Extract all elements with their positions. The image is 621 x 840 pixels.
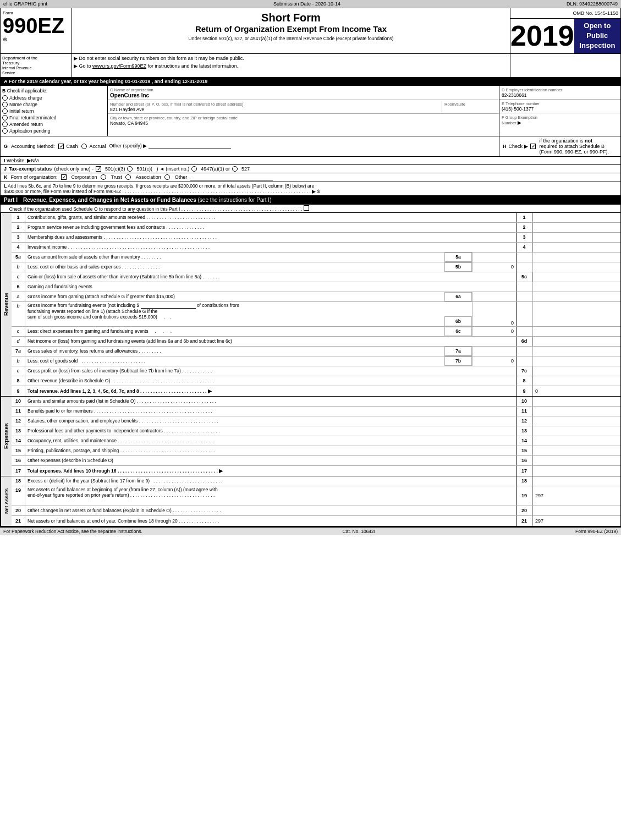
k-trust-radio[interactable] xyxy=(101,174,106,180)
row1-num: 1 xyxy=(12,213,25,222)
row4-desc: Investment income . . . . . . . . . . . … xyxy=(25,243,516,252)
amended-return-check: Amended return xyxy=(2,122,106,127)
k-corp-checkbox[interactable] xyxy=(61,174,67,180)
g-label: G xyxy=(4,144,8,149)
row-7a: 7a Gross sales of inventory, less return… xyxy=(12,347,620,356)
section-k: K Form of organization: Corporation Trus… xyxy=(0,173,621,182)
return-title: Return of Organization Exempt From Incom… xyxy=(75,24,507,34)
row20-answer xyxy=(532,506,620,515)
row10-num: 10 xyxy=(12,397,25,406)
row11-desc: Benefits paid to or for members . . . . … xyxy=(25,407,516,416)
j-4947-radio[interactable] xyxy=(191,166,197,172)
k-trust-label: Trust xyxy=(111,174,122,180)
row7a-value xyxy=(472,347,516,356)
inst2-link[interactable]: www.irs.gov/Form990EZ xyxy=(92,63,146,69)
row-21: 21 Net assets or fund balances at end of… xyxy=(12,516,620,526)
initial-return-check: Initial return xyxy=(2,108,106,114)
row-8: 8 Other revenue (describe in Schedule O)… xyxy=(12,376,620,386)
row6b-num: b xyxy=(12,302,25,326)
address-label: Number and street (or P. O. box, if mail… xyxy=(110,102,243,107)
row7a-desc: Gross sales of inventory, less returns a… xyxy=(25,347,444,356)
row1-linenum: 1 xyxy=(516,213,532,222)
amended-radio[interactable] xyxy=(2,122,8,127)
section-i: I Website: ▶N/A xyxy=(0,157,621,165)
j-501c-label: 501(c)( ) ◄ (insert no.) xyxy=(136,166,189,172)
row6-desc: Gaming and fundraising events xyxy=(25,282,516,292)
row1-answer xyxy=(532,213,620,222)
application-radio[interactable] xyxy=(2,128,8,134)
row4-answer xyxy=(532,243,620,252)
row2-answer xyxy=(532,223,620,232)
row17-num: 17 xyxy=(12,466,25,476)
efile-left: efile GRAPHIC print xyxy=(3,1,47,7)
row-6-header: 6 Gaming and fundraising events xyxy=(12,282,620,292)
row-15: 15 Printing, publications, postage, and … xyxy=(12,446,620,456)
j-501c3-label: 501(c)(3) xyxy=(105,166,125,172)
expenses-side-label: Expenses xyxy=(1,397,12,476)
h-label: H xyxy=(503,144,507,149)
address-radio[interactable] xyxy=(2,95,8,101)
row13-answer xyxy=(532,426,620,436)
row16-num: 16 xyxy=(12,456,25,465)
row6c-ref: 6c xyxy=(444,327,472,336)
form-number: 990EZ xyxy=(3,15,69,36)
initial-return-label: Initial return xyxy=(9,108,34,114)
row5a-answer xyxy=(532,252,620,262)
final-radio[interactable] xyxy=(2,115,8,120)
row5b-ref: 5b xyxy=(444,262,472,272)
h-if-text: if the organization is notrequired to at… xyxy=(540,138,609,155)
j-527-label: 527 xyxy=(241,166,250,172)
cash-checkbox[interactable] xyxy=(58,144,64,149)
row5c-answer xyxy=(532,272,620,282)
row7a-num: 7a xyxy=(12,347,25,356)
accrual-radio[interactable] xyxy=(81,144,87,149)
row7b-ref: 7b xyxy=(444,356,472,366)
k-assoc-radio[interactable] xyxy=(125,174,131,180)
g-cash: Cash xyxy=(58,144,78,149)
row2-desc: Program service revenue including govern… xyxy=(25,223,516,232)
row16-answer xyxy=(532,456,620,465)
j-527-radio[interactable] xyxy=(232,166,238,172)
year-row: A For the 2019 calendar year, or tax yea… xyxy=(0,78,621,86)
row8-answer xyxy=(532,376,620,386)
row14-linenum: 14 xyxy=(516,436,532,446)
org-name: OpenCures Inc xyxy=(110,92,149,98)
k-other-radio[interactable] xyxy=(164,174,170,180)
row14-desc: Occupancy, rent, utilities, and maintena… xyxy=(25,436,516,446)
row6b-value: 0 xyxy=(472,302,516,326)
row19-desc: Net assets or fund balances at beginning… xyxy=(25,486,516,506)
h-text: Check ▶ xyxy=(509,144,528,149)
row21-linenum: 21 xyxy=(516,516,532,526)
row-7b: b Less: cost of goods sold . . . . . . .… xyxy=(12,356,620,366)
final-return-label: Final return/terminated xyxy=(9,115,57,120)
row17-answer xyxy=(532,466,620,476)
row6a-ref: 6a xyxy=(444,292,472,301)
schedule-o-checkbox[interactable] xyxy=(304,205,309,211)
row8-num: 8 xyxy=(12,376,25,386)
row6d-num: d xyxy=(12,337,25,346)
row11-num: 11 xyxy=(12,407,25,416)
h-checkbox[interactable] xyxy=(530,144,536,149)
row21-answer: 297 xyxy=(532,516,620,526)
row19-answer: 297 xyxy=(532,486,620,506)
row18-answer xyxy=(532,476,620,486)
address-change-label: Address charge xyxy=(9,95,42,101)
city-value: Novato, CA 94945 xyxy=(110,120,148,126)
row-13: 13 Professional fees and other payments … xyxy=(12,426,620,436)
row21-num: 21 xyxy=(12,516,25,526)
ein: 82-2318661 xyxy=(502,92,526,98)
initial-radio[interactable] xyxy=(2,108,8,114)
name-radio[interactable] xyxy=(2,102,8,107)
row6d-answer xyxy=(532,337,620,346)
j-501c3-checkbox[interactable] xyxy=(96,166,101,172)
row9-num: 9 xyxy=(12,386,25,396)
j-501c-radio[interactable] xyxy=(127,166,133,172)
row7b-value: 0 xyxy=(472,356,516,366)
row16-linenum: 16 xyxy=(516,456,532,465)
row5c-desc: Gain or (loss) from sale of assets other… xyxy=(25,272,516,282)
row7c-num: c xyxy=(12,366,25,376)
d-label: D Employer identification number xyxy=(502,87,562,92)
final-return-check: Final return/terminated xyxy=(2,115,106,120)
row12-linenum: 12 xyxy=(516,416,532,426)
cash-label: Cash xyxy=(67,144,78,149)
